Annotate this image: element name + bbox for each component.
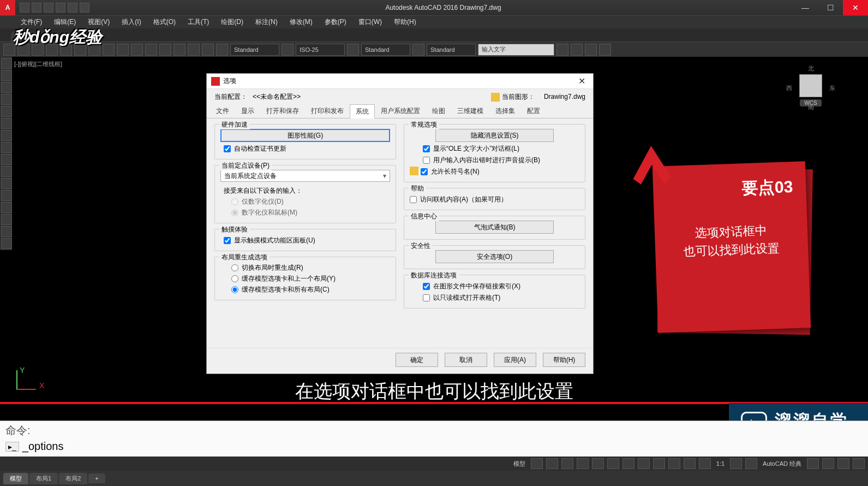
draw-tool-icon[interactable] xyxy=(1,214,12,225)
cancel-button[interactable]: 取消 xyxy=(445,353,487,367)
tab-system[interactable]: 系统 xyxy=(350,104,375,118)
status-icon[interactable] xyxy=(607,458,619,469)
status-icon[interactable] xyxy=(531,458,543,469)
tool-icon[interactable] xyxy=(202,44,214,56)
draw-tool-icon[interactable] xyxy=(1,106,12,117)
textstyle-combo[interactable]: Standard xyxy=(230,44,279,56)
tool-icon[interactable] xyxy=(145,44,157,56)
menu-window[interactable]: 窗口(W) xyxy=(353,16,387,28)
online-help-checkbox[interactable] xyxy=(410,196,417,203)
draw-tool-icon[interactable] xyxy=(1,202,12,213)
cube-east[interactable]: 东 xyxy=(829,84,835,92)
draw-tool-icon[interactable] xyxy=(1,166,12,177)
style-combo[interactable]: Standard xyxy=(361,44,410,56)
draw-tool-icon[interactable] xyxy=(1,70,12,81)
cube-top-face[interactable] xyxy=(799,74,822,97)
draw-tool-icon[interactable] xyxy=(1,226,12,237)
qat-redo-icon[interactable] xyxy=(68,3,77,13)
draw-tool-icon[interactable] xyxy=(1,118,12,129)
tool-icon[interactable] xyxy=(216,44,228,56)
qat-print-icon[interactable] xyxy=(80,3,89,13)
menu-modify[interactable]: 修改(M) xyxy=(284,16,318,28)
status-icon[interactable] xyxy=(638,458,650,469)
model-tab[interactable]: 模型 xyxy=(3,473,28,484)
status-icon[interactable] xyxy=(807,458,819,469)
tab-opensave[interactable]: 打开和保存 xyxy=(260,104,305,118)
status-scale[interactable]: 1:1 xyxy=(714,460,727,467)
menu-draw[interactable]: 绘图(D) xyxy=(215,16,249,28)
cube-west[interactable]: 西 xyxy=(786,84,792,92)
tool-icon[interactable] xyxy=(131,44,143,56)
cache-model-last-radio[interactable] xyxy=(231,275,238,282)
tool-icon[interactable] xyxy=(117,44,129,56)
draw-tool-icon[interactable] xyxy=(1,178,12,189)
qat-new-icon[interactable] xyxy=(20,3,29,13)
layout1-tab[interactable]: 布局1 xyxy=(29,473,58,484)
tab-files[interactable]: 文件 xyxy=(210,104,235,118)
layout2-tab[interactable]: 布局2 xyxy=(59,473,87,484)
status-icon[interactable] xyxy=(668,458,680,469)
tool-icon[interactable] xyxy=(556,44,568,56)
status-icon[interactable] xyxy=(822,458,834,469)
cache-model-all-radio[interactable] xyxy=(231,286,238,293)
tool-icon[interactable] xyxy=(412,44,424,56)
status-icon[interactable] xyxy=(745,458,757,469)
menu-dimension[interactable]: 标注(N) xyxy=(250,16,283,28)
status-workspace[interactable]: AutoCAD 经典 xyxy=(761,460,804,468)
tool-icon[interactable] xyxy=(188,44,200,56)
text-input[interactable]: 输入文字 xyxy=(478,44,554,56)
tool-icon[interactable] xyxy=(103,44,115,56)
tab-drafting[interactable]: 绘图 xyxy=(426,104,451,118)
dialog-titlebar[interactable]: 选项 ✕ xyxy=(207,74,593,89)
status-icon[interactable] xyxy=(653,458,665,469)
tab-userpref[interactable]: 用户系统配置 xyxy=(375,104,426,118)
tab-display[interactable]: 显示 xyxy=(235,104,260,118)
maximize-button[interactable]: ☐ xyxy=(818,0,843,15)
draw-tool-icon[interactable] xyxy=(1,190,12,201)
viewport-label[interactable]: [-][俯视][二维线框] xyxy=(14,60,62,68)
draw-tool-icon[interactable] xyxy=(1,82,12,93)
qat-save-icon[interactable] xyxy=(44,3,53,13)
tool-icon[interactable] xyxy=(571,44,583,56)
regen-switch-radio[interactable] xyxy=(231,264,238,271)
status-icon[interactable] xyxy=(730,458,742,469)
tool-icon[interactable] xyxy=(173,44,185,56)
status-icon[interactable] xyxy=(577,458,589,469)
draw-tool-icon[interactable] xyxy=(1,154,12,165)
menu-format[interactable]: 格式(O) xyxy=(148,16,181,28)
status-icon[interactable] xyxy=(699,458,711,469)
close-button[interactable]: ✕ xyxy=(843,0,868,15)
menu-tools[interactable]: 工具(T) xyxy=(182,16,214,28)
command-line[interactable]: 命令: ▸_ _options xyxy=(0,420,868,457)
status-icon[interactable] xyxy=(853,458,865,469)
beep-error-checkbox[interactable] xyxy=(423,157,430,164)
dialog-close-button[interactable]: ✕ xyxy=(575,76,589,86)
status-icon[interactable] xyxy=(592,458,604,469)
tool-icon[interactable] xyxy=(282,44,294,56)
cube-south[interactable]: 南 xyxy=(786,103,835,111)
tool-icon[interactable] xyxy=(347,44,359,56)
status-icon[interactable] xyxy=(561,458,573,469)
ok-button[interactable]: 确定 xyxy=(396,353,438,367)
tool-icon[interactable] xyxy=(585,44,597,56)
add-layout-tab[interactable]: + xyxy=(88,473,105,483)
apply-button[interactable]: 应用(A) xyxy=(494,353,536,367)
tab-selection[interactable]: 选择集 xyxy=(489,104,521,118)
qat-open-icon[interactable] xyxy=(32,3,41,13)
long-symbol-checkbox[interactable] xyxy=(421,168,428,175)
tab-3dmodel[interactable]: 三维建模 xyxy=(451,104,489,118)
readonly-tables-checkbox[interactable] xyxy=(423,294,430,301)
draw-tool-icon[interactable] xyxy=(1,94,12,105)
style-combo[interactable]: Standard xyxy=(427,44,476,56)
draw-tool-icon[interactable] xyxy=(1,130,12,141)
draw-tool-icon[interactable] xyxy=(1,142,12,153)
status-icon[interactable] xyxy=(622,458,634,469)
touch-ribbon-checkbox[interactable] xyxy=(224,237,231,244)
tab-profiles[interactable]: 配置 xyxy=(521,104,546,118)
view-cube[interactable]: 北 西 东 南 WCS xyxy=(786,62,835,122)
menu-help[interactable]: 帮助(H) xyxy=(388,16,422,28)
graphics-performance-button[interactable]: 图形性能(G) xyxy=(220,129,390,142)
store-link-index-checkbox[interactable] xyxy=(423,283,430,290)
draw-tool-icon[interactable] xyxy=(1,238,12,249)
cube-north[interactable]: 北 xyxy=(786,64,835,73)
